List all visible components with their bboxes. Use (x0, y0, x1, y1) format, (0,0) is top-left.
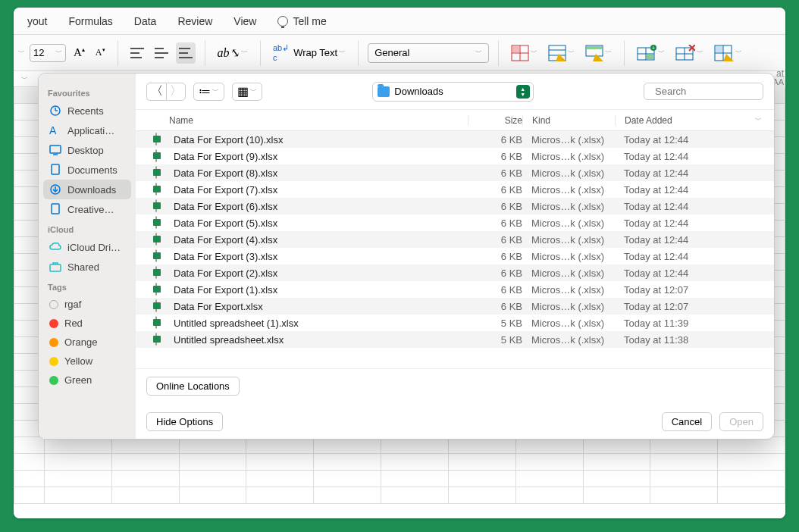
file-row[interactable]: Data For Export (1).xlsx 6 KB Micros…k (… (136, 281, 774, 298)
tell-me[interactable]: Tell me (267, 9, 337, 33)
align-bottom-button[interactable] (176, 42, 196, 64)
tab-layout[interactable]: yout (17, 9, 58, 33)
align-top-button[interactable] (127, 42, 147, 64)
sidebar-item-creative[interactable]: Creative… (43, 199, 131, 219)
insert-cells-button[interactable]: + ﹀ (634, 42, 668, 64)
cancel-button[interactable]: Cancel (662, 412, 712, 431)
view-list-button[interactable]: ≔﹀ (193, 83, 224, 101)
file-row[interactable]: Data For Export (3).xlsx 6 KB Micros…k (… (136, 248, 774, 264)
file-row[interactable]: Data For Export (4).xlsx 6 KB Micros…k (… (136, 231, 774, 248)
number-format-select[interactable]: General ﹀ (368, 43, 489, 63)
open-file-dialog: Favourites Recents AApplicati… Desktop D… (38, 73, 775, 440)
sidebar-item-documents[interactable]: Documents (43, 160, 131, 180)
file-row[interactable]: Data For Export (9).xlsx 6 KB Micros…k (… (136, 148, 774, 164)
dropdown-icon[interactable]: ﹀ (18, 48, 25, 58)
search-input[interactable] (655, 86, 775, 97)
chevron-down-icon: ﹀ (605, 48, 612, 58)
file-list[interactable]: Data For Export (10).xlsx 6 KB Micros…k … (136, 131, 774, 368)
tab-data[interactable]: Data (124, 9, 168, 33)
svg-marker-26 (723, 54, 734, 61)
file-row[interactable]: Data For Export.xlsx 6 KB Micros…k (.xls… (136, 298, 774, 315)
online-locations-button[interactable]: Online Locations (146, 377, 240, 396)
file-row[interactable]: Data For Export (5).xlsx 6 KB Micros…k (… (136, 214, 774, 231)
svg-rect-9 (587, 46, 602, 49)
chevron-down-icon: ﹀ (697, 48, 703, 58)
header-kind[interactable]: Kind (522, 115, 615, 126)
cell-styles-button[interactable]: ﹀ (582, 42, 615, 64)
format-cells-icon (714, 45, 734, 61)
hide-options-button[interactable]: Hide Options (146, 412, 223, 431)
delete-cells-icon (675, 45, 695, 61)
excel-file-icon (155, 333, 168, 346)
sidebar-item-downloads[interactable]: Downloads (43, 180, 131, 199)
sidebar-item-shared[interactable]: Shared (43, 257, 131, 277)
header-date[interactable]: Date Added﹀ (615, 115, 762, 126)
chevron-down-icon: ﹀ (475, 48, 482, 58)
sidebar-tag-green[interactable]: Green (43, 371, 131, 390)
file-row[interactable]: Data For Export (8).xlsx 6 KB Micros…k (… (136, 164, 774, 181)
excel-file-icon (155, 167, 168, 179)
excel-file-icon (155, 317, 168, 329)
file-size: 6 KB (468, 234, 522, 246)
open-button[interactable]: Open (719, 412, 763, 431)
section-tags: Tags (43, 277, 131, 295)
sidebar-tag-red[interactable]: Red (43, 314, 131, 333)
chevron-down-icon: ﹀ (241, 48, 248, 58)
file-date: Today at 12:44 (615, 167, 762, 179)
sidebar-label: rgaf (64, 299, 81, 310)
wrap-icon: ab↲c (273, 43, 289, 62)
sidebar-label: Orange (64, 336, 97, 348)
search-field[interactable] (644, 83, 763, 100)
wrap-text-button[interactable]: ab↲c Wrap Text ﹀ (270, 42, 349, 64)
font-size-select[interactable]: 12 ﹀ (30, 44, 66, 62)
svg-marker-10 (593, 54, 603, 61)
file-row[interactable]: Untitled spreadsheet.xlsx 5 KB Micros…k … (136, 331, 774, 348)
header-size[interactable]: Size (468, 115, 522, 126)
delete-cells-button[interactable]: ﹀ (672, 42, 707, 64)
decrease-font-button[interactable]: A▾ (92, 42, 108, 64)
sidebar-item-icloud-drive[interactable]: iCloud Dri… (43, 237, 131, 257)
orientation-button[interactable]: ab⤡ ﹀ (215, 42, 251, 64)
file-row[interactable]: Data For Export (2).xlsx 6 KB Micros…k (… (136, 264, 774, 281)
sidebar-item-recents[interactable]: Recents (43, 101, 131, 120)
app-window: yout Formulas Data Review View Tell me ﹀… (14, 8, 785, 518)
tab-view[interactable]: View (223, 9, 267, 33)
sidebar-item-desktop[interactable]: Desktop (43, 140, 131, 160)
excel-file-icon (155, 300, 168, 312)
file-row[interactable]: Untitled spreadsheet (1).xlsx 5 KB Micro… (136, 315, 774, 331)
file-row[interactable]: Data For Export (10).xlsx 6 KB Micros…k … (136, 131, 774, 148)
sidebar-tag-orange[interactable]: Orange (43, 333, 131, 352)
location-selector[interactable]: Downloads ▲▼ (372, 82, 533, 102)
svg-text:A: A (49, 124, 57, 136)
sidebar-label: Applicati… (67, 125, 114, 136)
chevron-down-icon: ﹀ (531, 48, 537, 58)
chevron-down-icon: ﹀ (339, 48, 346, 58)
ribbon: ﹀ 12 ﹀ A▴ A▾ ab⤡ ﹀ ab↲c Wrap Text ﹀ Gene… (14, 35, 785, 71)
align-middle-button[interactable] (152, 42, 171, 64)
orientation-icon: ab⤡ (218, 45, 240, 60)
tab-formulas[interactable]: Formulas (58, 9, 123, 33)
format-table-button[interactable]: ﹀ (545, 42, 578, 64)
increase-font-button[interactable]: A▴ (70, 42, 88, 64)
tab-review[interactable]: Review (167, 9, 223, 33)
sidebar-tag-yellow[interactable]: Yellow (43, 352, 131, 371)
align-middle-icon (155, 48, 168, 58)
forward-button[interactable]: 〉 (166, 83, 186, 101)
file-size: 6 KB (468, 151, 522, 162)
file-row[interactable]: Data For Export (6).xlsx 6 KB Micros…k (… (136, 198, 774, 214)
group-button[interactable]: ▦﹀ (232, 83, 262, 101)
file-row[interactable]: Data For Export (7).xlsx 6 KB Micros…k (… (136, 181, 774, 198)
dialog-toolbar: 〈 〉 ≔﹀ ▦﹀ Downloads ▲▼ (136, 74, 774, 110)
file-date: Today at 12:44 (615, 184, 762, 196)
sidebar-item-applications[interactable]: AApplicati… (43, 120, 131, 140)
file-date: Today at 11:38 (615, 334, 762, 346)
back-button[interactable]: 〈 (146, 83, 166, 101)
chevron-down-icon: ﹀ (250, 86, 257, 96)
sidebar-tag-rgaf[interactable]: rgaf (43, 295, 131, 314)
format-cells-button[interactable]: ﹀ (711, 42, 745, 64)
header-name[interactable]: Name (148, 115, 468, 126)
increase-font-icon: A▴ (74, 46, 85, 59)
sidebar-label: Shared (67, 261, 99, 273)
conditional-format-button[interactable]: ﹀ (508, 42, 540, 64)
sidebar-label: iCloud Dri… (67, 242, 121, 253)
